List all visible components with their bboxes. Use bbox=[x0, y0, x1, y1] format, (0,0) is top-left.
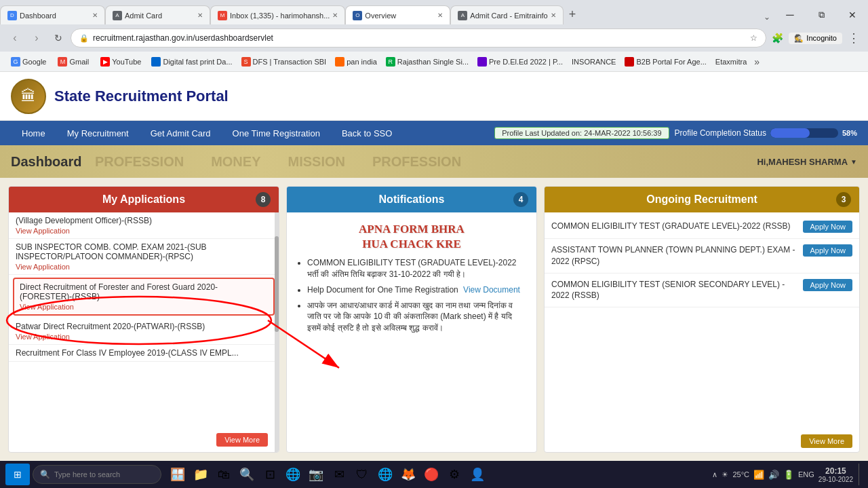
bookmark-youtube[interactable]: ▶ YouTube bbox=[95, 56, 146, 68]
taskbar-app-chrome[interactable]: 🌐 bbox=[282, 464, 304, 485]
hi-user-dropdown[interactable]: Hi,MAHESH SHARMA ▼ bbox=[757, 157, 857, 167]
my-applications-card: My Applications 8 (Village Development O… bbox=[8, 186, 279, 453]
nav-one-time-registration[interactable]: One Time Registration bbox=[222, 121, 331, 145]
browser-menu-button[interactable]: ⋮ bbox=[845, 29, 863, 47]
bg-word-4: PROFESSION bbox=[372, 154, 461, 170]
time-display[interactable]: 20:15 29-10-2022 bbox=[818, 466, 853, 483]
incognito-profile-button[interactable]: 🕵 Incognito bbox=[789, 33, 842, 44]
notifications-title: Notifications bbox=[379, 193, 445, 205]
close-window-button[interactable]: ✕ bbox=[837, 5, 868, 24]
battery-icon[interactable]: 🔋 bbox=[783, 470, 794, 480]
b2b-favicon bbox=[625, 57, 634, 67]
bg-word-1: PROFESSION bbox=[95, 154, 184, 170]
maximize-button[interactable]: ⧉ bbox=[806, 5, 837, 24]
minimize-button[interactable]: ─ bbox=[774, 5, 806, 24]
apply-now-3[interactable]: Apply Now bbox=[803, 279, 852, 291]
apply-now-1[interactable]: Apply Now bbox=[803, 221, 852, 233]
extensions-button[interactable]: 🧩 bbox=[769, 31, 786, 45]
bookmark-dfs[interactable]: S DFS | Transaction SBI bbox=[237, 56, 331, 68]
tab-close-emitrainfo[interactable]: ✕ bbox=[551, 12, 556, 19]
taskbar-app-ie[interactable]: 🌐 bbox=[374, 464, 396, 485]
apply-now-2[interactable]: Apply Now bbox=[803, 244, 852, 257]
taskbar-app-user[interactable]: 👤 bbox=[467, 464, 488, 485]
nav-back-to-sso[interactable]: Back to SSO bbox=[331, 121, 403, 145]
more-bookmarks[interactable]: » bbox=[751, 55, 762, 69]
app-item-3-highlighted: Direct Recruitment of Forester and Fores… bbox=[13, 278, 275, 316]
taskbar-app-2[interactable]: ⚙ bbox=[443, 464, 465, 485]
bookmark-gmail[interactable]: M Gmail bbox=[52, 56, 94, 68]
ongoing-recruitment-body: COMMON ELIGIBILITY TEST (GRADUATE LEVEL)… bbox=[545, 212, 859, 430]
taskbar-app-camera[interactable]: 📷 bbox=[305, 464, 327, 485]
view-application-4[interactable]: View Application bbox=[16, 333, 272, 341]
taskbar-app-task-view[interactable]: ⊡ bbox=[259, 464, 281, 485]
show-desktop-button[interactable] bbox=[859, 464, 863, 485]
ongoing-recruitment-card: Ongoing Recruitment 3 COMMON ELIGIBILITY… bbox=[544, 186, 860, 453]
weather-icon: ☀ bbox=[722, 470, 728, 479]
tab-title-inbox: Inbox (1,335) - harimohansh... bbox=[230, 12, 330, 20]
user-dropdown-icon: ▼ bbox=[850, 158, 857, 166]
profile-updated-badge: Profile Last Updated on: 24-MAR-2022 10:… bbox=[494, 127, 669, 139]
taskbar-app-security[interactable]: 🛡 bbox=[351, 464, 373, 485]
app-item-1: (Village Development Officer)-(RSSB) Vie… bbox=[9, 212, 279, 239]
taskbar-app-firefox[interactable]: 🦊 bbox=[397, 464, 419, 485]
bookmark-b2b[interactable]: B2B Portal For Age... bbox=[620, 56, 710, 68]
back-button[interactable]: ‹ bbox=[5, 29, 24, 48]
tab-close-overview[interactable]: ✕ bbox=[437, 12, 443, 19]
taskbar-app-mail[interactable]: ✉ bbox=[328, 464, 350, 485]
taskbar-search-placeholder: Type here to search bbox=[54, 470, 120, 478]
view-document-link[interactable]: View Document bbox=[463, 285, 520, 295]
reload-button[interactable]: ↻ bbox=[49, 29, 68, 48]
taskbar-app-search[interactable]: 🔍 bbox=[236, 464, 258, 485]
bookmark-insurance[interactable]: INSORANCE bbox=[568, 56, 620, 67]
my-applications-title: My Applications bbox=[102, 193, 185, 205]
taskbar-search[interactable]: 🔍 Type here to search bbox=[33, 465, 161, 484]
volume-icon[interactable]: 🔊 bbox=[768, 470, 779, 480]
bookmark-star-icon[interactable]: ☆ bbox=[750, 33, 757, 43]
nav-get-admit-card[interactable]: Get Admit Card bbox=[140, 121, 222, 145]
system-tray: ∧ ☀ 25°C 📶 🔊 🔋 ENG 20:15 29-10-2022 bbox=[712, 464, 863, 485]
network-icon[interactable]: 📶 bbox=[753, 470, 764, 480]
bookmark-digital[interactable]: Digital fast print Da... bbox=[147, 56, 236, 68]
start-button[interactable]: ⊞ bbox=[5, 464, 30, 485]
tab-list-button[interactable]: ⌄ bbox=[760, 10, 774, 24]
taskbar-app-explorer[interactable]: 📁 bbox=[190, 464, 212, 485]
tab-overview[interactable]: O Overview ✕ bbox=[345, 5, 450, 24]
tab-close-dashboard[interactable]: ✕ bbox=[92, 12, 98, 19]
view-more-ongoing[interactable]: View More bbox=[801, 434, 852, 448]
bookmark-etaxmitra[interactable]: Etaxmitra bbox=[711, 56, 751, 67]
nav-my-recruitment[interactable]: My Recruitment bbox=[56, 121, 140, 145]
bookmark-pan[interactable]: pan india bbox=[331, 56, 381, 68]
bookmark-google[interactable]: G Google bbox=[5, 56, 52, 68]
tab-bar: D Dashboard ✕ A Admit Card ✕ M Inbox (1,… bbox=[0, 0, 868, 24]
tab-close-inbox[interactable]: ✕ bbox=[332, 12, 338, 19]
notifications-list: COMMON ELIGIBILITY TEST (GRADUATE LEVEL)… bbox=[296, 257, 527, 334]
pre-favicon bbox=[477, 57, 487, 67]
view-application-2[interactable]: View Application bbox=[16, 263, 272, 271]
tab-title-emitrainfo: Admit Card - Emitrainfo bbox=[470, 12, 547, 20]
tab-admitcard[interactable]: A Admit Card ✕ bbox=[105, 5, 210, 24]
tab-dashboard[interactable]: D Dashboard ✕ bbox=[0, 5, 105, 24]
tab-emitrainfo[interactable]: A Admit Card - Emitrainfo ✕ bbox=[450, 5, 563, 24]
dashboard-title: Dashboard bbox=[11, 154, 81, 170]
tab-inbox[interactable]: M Inbox (1,335) - harimohansh... ✕ bbox=[210, 5, 345, 24]
address-bar[interactable]: 🔒 recruitment.rajasthan.gov.in/userdashb… bbox=[71, 29, 766, 48]
view-application-3[interactable]: View Application bbox=[20, 303, 268, 311]
taskbar-app-store[interactable]: 🛍 bbox=[213, 464, 235, 485]
new-tab-button[interactable]: + bbox=[564, 7, 582, 22]
tray-up-icon[interactable]: ∧ bbox=[712, 470, 717, 479]
nav-home[interactable]: Home bbox=[11, 121, 56, 145]
bookmark-pre-deled[interactable]: Pre D.El.Ed 2022 | P... bbox=[473, 56, 567, 68]
taskbar-app-windows[interactable]: 🪟 bbox=[167, 464, 189, 485]
notification-annotation-title: APNA FORM BHRA HUA CHACK KRE bbox=[296, 222, 527, 252]
hi-user-text: Hi,MAHESH SHARMA bbox=[757, 157, 848, 167]
view-more-applications[interactable]: View More bbox=[216, 433, 268, 447]
profile-completion-container: Profile Completion Status 58% bbox=[675, 128, 857, 138]
forward-button[interactable]: › bbox=[27, 29, 46, 48]
youtube-favicon: ▶ bbox=[100, 57, 110, 67]
taskbar-app-antivirus[interactable]: 🔴 bbox=[420, 464, 442, 485]
tab-close-admitcard[interactable]: ✕ bbox=[197, 12, 203, 19]
incognito-icon: 🕵 bbox=[794, 34, 804, 43]
view-application-1[interactable]: View Application bbox=[16, 227, 272, 235]
incognito-label: Incognito bbox=[806, 34, 837, 42]
bookmark-rajasthan[interactable]: R Rajasthan Single Si... bbox=[382, 56, 473, 68]
